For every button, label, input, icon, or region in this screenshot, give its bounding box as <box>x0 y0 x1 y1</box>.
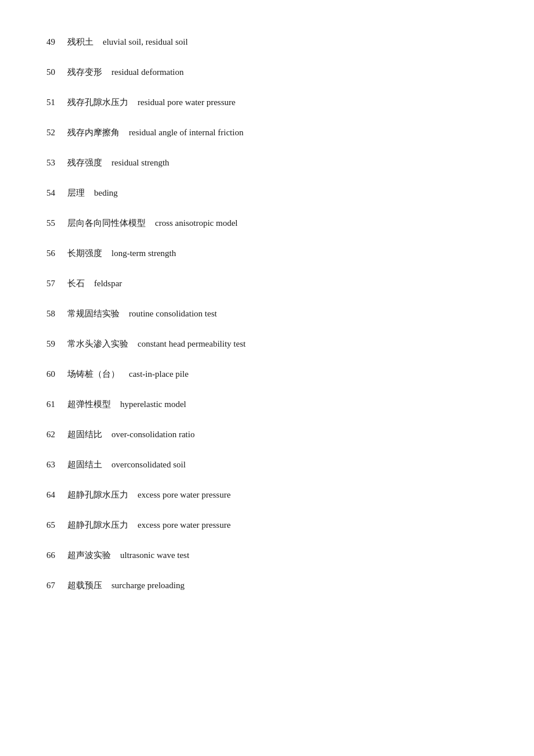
entry-english: eluvial soil, residual soil <box>103 35 188 49</box>
entry-english: long-term strength <box>111 246 176 260</box>
entry-english: beding <box>94 186 118 200</box>
list-item: 56 长期强度 long-term strength <box>46 246 488 260</box>
entry-chinese: 超静孔隙水压力 <box>67 518 128 532</box>
entry-chinese: 超弹性模型 <box>67 397 111 411</box>
entry-number: 52 <box>46 125 67 139</box>
entry-english: ultrasonic wave test <box>120 548 189 562</box>
entry-english: residual angle of internal friction <box>129 125 243 139</box>
list-item: 62 超固结比 over-consolidation ratio <box>46 427 488 441</box>
list-item: 49 残积土 eluvial soil, residual soil <box>46 35 488 49</box>
entry-chinese: 常水头渗入实验 <box>67 337 128 351</box>
entry-number: 55 <box>46 216 67 230</box>
entry-english: residual strength <box>111 156 169 170</box>
entry-number: 65 <box>46 518 67 532</box>
list-item: 61 超弹性模型 hyperelastic model <box>46 397 488 411</box>
list-item: 51 残存孔隙水压力 residual pore water pressure <box>46 95 488 109</box>
entry-chinese: 长期强度 <box>67 246 102 260</box>
list-item: 66 超声波实验 ultrasonic wave test <box>46 548 488 562</box>
entry-number: 53 <box>46 156 67 170</box>
entry-chinese: 层理 <box>67 186 85 200</box>
entry-number: 57 <box>46 276 67 290</box>
list-item: 63 超固结土 overconsolidated soil <box>46 458 488 471</box>
entry-english: cross anisotropic model <box>155 216 237 230</box>
list-item: 57 长石 feldspar <box>46 276 488 290</box>
entry-english: excess pore water pressure <box>138 518 230 532</box>
entry-number: 60 <box>46 367 67 381</box>
entry-number: 64 <box>46 488 67 502</box>
list-item: 67 超载预压 surcharge preloading <box>46 578 488 592</box>
entry-english: excess pore water pressure <box>138 488 230 502</box>
list-item: 50 残存变形 residual deformation <box>46 65 488 79</box>
entry-chinese: 残积土 <box>67 35 93 49</box>
entry-number: 51 <box>46 95 67 109</box>
entry-number: 56 <box>46 246 67 260</box>
list-item: 60 场铸桩（台） cast-in-place pile <box>46 367 488 381</box>
entry-english: residual pore water pressure <box>138 95 236 109</box>
entry-chinese: 常规固结实验 <box>67 307 120 321</box>
entry-number: 59 <box>46 337 67 351</box>
entry-english: hyperelastic model <box>120 397 186 411</box>
entry-chinese: 残存孔隙水压力 <box>67 95 128 109</box>
entry-english: residual deformation <box>111 65 184 79</box>
entry-english: feldspar <box>94 276 122 290</box>
entry-number: 50 <box>46 65 67 79</box>
list-item: 65 超静孔隙水压力 excess pore water pressure <box>46 518 488 532</box>
entry-chinese: 残存强度 <box>67 156 102 170</box>
entry-chinese: 残存变形 <box>67 65 102 79</box>
list-item: 55 层向各向同性体模型 cross anisotropic model <box>46 216 488 230</box>
entry-number: 54 <box>46 186 67 200</box>
entry-chinese: 残存内摩擦角 <box>67 125 120 139</box>
entry-chinese: 超固结土 <box>67 458 102 471</box>
entry-english: overconsolidated soil <box>111 458 186 471</box>
entry-number: 58 <box>46 307 67 321</box>
entry-english: surcharge preloading <box>111 578 185 592</box>
list-item: 64 超静孔隙水压力 excess pore water pressure <box>46 488 488 502</box>
entry-chinese: 长石 <box>67 276 85 290</box>
entry-number: 67 <box>46 578 67 592</box>
entry-number: 63 <box>46 458 67 471</box>
list-item: 54 层理 beding <box>46 186 488 200</box>
entry-chinese: 层向各向同性体模型 <box>67 216 146 230</box>
entry-chinese: 超声波实验 <box>67 548 111 562</box>
entry-chinese: 超载预压 <box>67 578 102 592</box>
entry-english: constant head permeability test <box>138 337 246 351</box>
entry-english: cast-in-place pile <box>129 367 189 381</box>
list-item: 52 残存内摩擦角 residual angle of internal fri… <box>46 125 488 139</box>
entry-number: 49 <box>46 35 67 49</box>
entry-english: routine consolidation test <box>129 307 217 321</box>
entry-chinese: 超静孔隙水压力 <box>67 488 128 502</box>
list-item: 59 常水头渗入实验 constant head permeability te… <box>46 337 488 351</box>
entry-english: over-consolidation ratio <box>111 427 194 441</box>
list-item: 53 残存强度 residual strength <box>46 156 488 170</box>
entry-number: 61 <box>46 397 67 411</box>
list-item: 58 常规固结实验 routine consolidation test <box>46 307 488 321</box>
entry-chinese: 超固结比 <box>67 427 102 441</box>
entry-number: 62 <box>46 427 67 441</box>
entry-chinese: 场铸桩（台） <box>67 367 120 381</box>
entry-number: 66 <box>46 548 67 562</box>
